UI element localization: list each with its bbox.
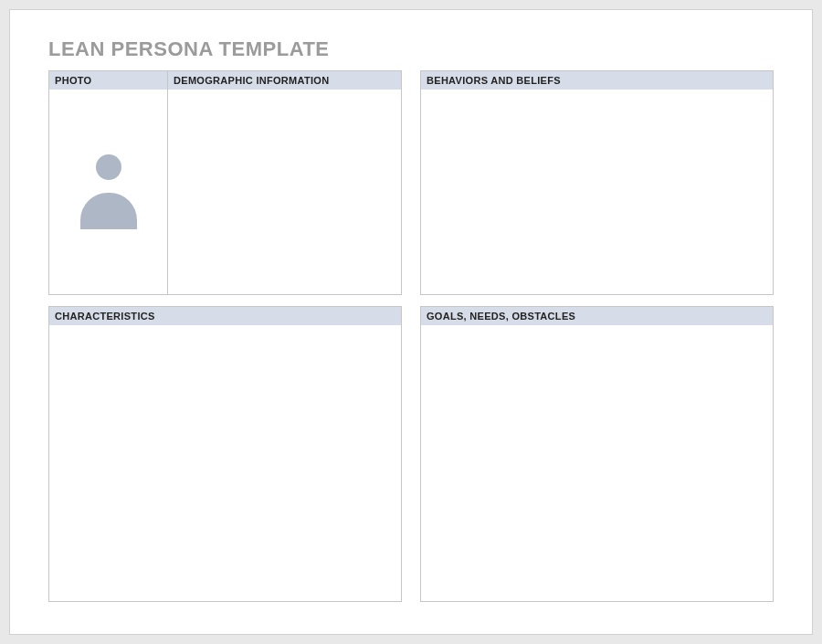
characteristics-body bbox=[49, 325, 401, 601]
characteristics-panel: CHARACTERISTICS bbox=[48, 306, 402, 602]
template-grid: PHOTO DEMOGRAPHIC INFORMATION BEHAVIORS … bbox=[48, 70, 774, 602]
behaviors-panel: BEHAVIORS AND BELIEFS bbox=[420, 70, 774, 295]
photo-header: PHOTO bbox=[49, 71, 168, 90]
document-page: LEAN PERSONA TEMPLATE PHOTO DEMOGRAPHIC … bbox=[9, 9, 813, 635]
demographic-body bbox=[168, 90, 401, 294]
photo-body bbox=[49, 90, 168, 294]
goals-panel: GOALS, NEEDS, OBSTACLES bbox=[420, 306, 774, 602]
demographic-header: DEMOGRAPHIC INFORMATION bbox=[168, 71, 401, 90]
photo-demographic-panel: PHOTO DEMOGRAPHIC INFORMATION bbox=[48, 70, 402, 295]
behaviors-body bbox=[421, 90, 773, 294]
page-title: LEAN PERSONA TEMPLATE bbox=[48, 37, 774, 61]
goals-header: GOALS, NEEDS, OBSTACLES bbox=[421, 307, 773, 325]
goals-body bbox=[421, 325, 773, 601]
behaviors-header: BEHAVIORS AND BELIEFS bbox=[421, 71, 773, 90]
characteristics-header: CHARACTERISTICS bbox=[49, 307, 401, 325]
avatar-placeholder-icon bbox=[80, 154, 137, 229]
